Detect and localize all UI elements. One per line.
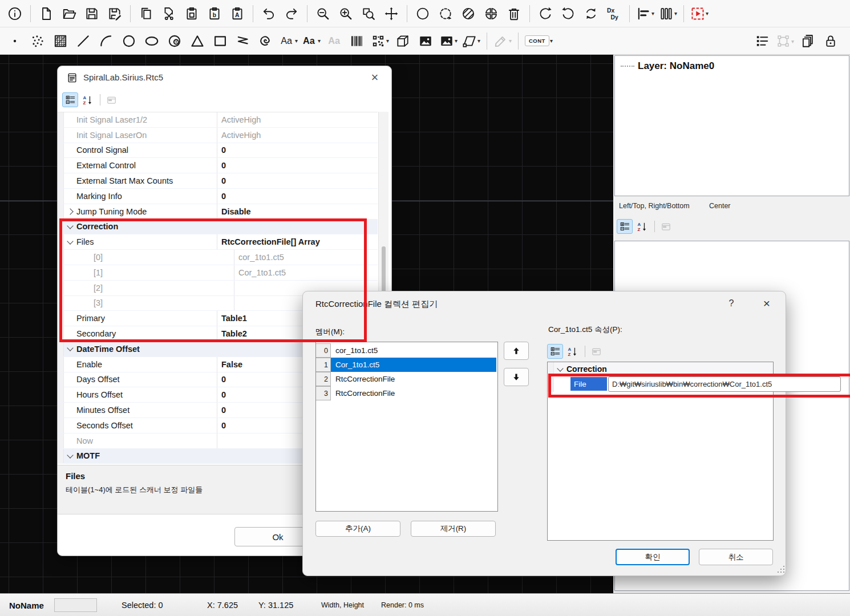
info-icon[interactable] (6, 4, 24, 23)
move-down-button[interactable] (504, 368, 529, 386)
chevron-right-icon[interactable] (64, 209, 76, 214)
chevron-down-icon[interactable] (554, 368, 566, 371)
file-property-name[interactable]: File (570, 377, 607, 391)
chevron-down-icon[interactable] (64, 241, 76, 244)
property-value[interactable]: Cor_1to1.ct5 (234, 268, 378, 277)
pan-icon[interactable] (382, 4, 400, 23)
paste-text-icon[interactable]: A (228, 4, 246, 23)
open-folder-icon[interactable] (60, 4, 78, 23)
help-icon[interactable]: ? (725, 298, 738, 309)
qrcode-icon[interactable]: ▾ (371, 31, 389, 51)
property-value[interactable]: ActiveHigh (217, 115, 378, 124)
property-value[interactable]: cor_1to1.ct5 (234, 253, 378, 262)
categorize-icon[interactable] (547, 344, 563, 359)
az-sort-icon[interactable]: AZ (565, 345, 580, 358)
category-row-7[interactable]: Correction (58, 220, 378, 235)
member-list-item-1[interactable]: 1Cor_1to1.ct5 (316, 358, 497, 372)
zoom-in-icon[interactable] (337, 4, 355, 23)
circle-icon[interactable] (120, 31, 138, 51)
add-button[interactable]: 추가(A) (315, 521, 400, 537)
scatter-points-icon[interactable] (29, 31, 47, 51)
property-value[interactable]: 0 (217, 161, 378, 170)
cancel-button[interactable]: 취소 (699, 549, 773, 565)
property-row-5[interactable]: Marking Info0 (58, 189, 378, 204)
text-icon[interactable]: Aa▾ (280, 31, 298, 51)
categorize-icon[interactable] (62, 92, 78, 107)
property-row-0[interactable]: Init Signal Laser1/2ActiveHigh (58, 112, 378, 128)
rectangle-icon[interactable] (211, 31, 229, 51)
new-document-icon[interactable] (37, 4, 55, 23)
az-sort-icon[interactable]: AZ (80, 93, 95, 107)
undo-icon[interactable] (260, 4, 278, 23)
redo-icon[interactable] (282, 4, 301, 23)
property-value[interactable]: Disable (217, 207, 378, 216)
delete-trash-icon[interactable] (505, 4, 523, 23)
member-list-item-2[interactable]: 2RtcCorrectionFile (316, 372, 497, 386)
run-icon[interactable]: ▾ (690, 4, 709, 23)
barcode-icon[interactable] (348, 31, 366, 51)
zigzag-icon[interactable] (234, 31, 252, 51)
member-listbox[interactable]: 0cor_1to1.ct51Cor_1to1.ct52RtcCorrection… (315, 342, 498, 512)
rotate-ccw-icon[interactable] (536, 4, 554, 23)
layers-icon[interactable] (799, 31, 817, 51)
property-row-6[interactable]: Jump Tuning ModeDisable (58, 204, 378, 220)
member-list-item-3[interactable]: 3RtcCorrectionFile (316, 386, 497, 400)
property-value[interactable]: 0 (217, 145, 378, 155)
property-row-2[interactable]: Control Signal0 (58, 143, 378, 159)
chevron-down-icon[interactable] (64, 225, 76, 228)
paste-special-icon[interactable]: b (205, 4, 224, 23)
categorize-icon[interactable] (617, 219, 633, 234)
property-row-1[interactable]: Init Signal LaserOnActiveHigh (58, 128, 378, 143)
property-row-3[interactable]: External Control0 (58, 158, 378, 173)
remove-button[interactable]: 제거(R) (411, 521, 496, 537)
property-row-9[interactable]: [0]cor_1to1.ct5 (58, 250, 378, 265)
rotate-selection-icon[interactable] (436, 4, 455, 23)
cont-icon[interactable]: CONT▾ (525, 31, 553, 51)
layer-tree-item[interactable]: Layer: NoName0 (638, 60, 714, 71)
quadrant-split-icon[interactable] (482, 4, 500, 23)
box-3d-icon[interactable] (394, 31, 412, 51)
copy-icon[interactable] (137, 4, 155, 23)
circle-select-icon[interactable] (414, 4, 432, 23)
property-row-8[interactable]: FilesRtcCorrectionFile[] Array (58, 234, 378, 250)
property-row-4[interactable]: External Start Max Counts0 (58, 173, 378, 189)
zoom-out-icon[interactable] (314, 4, 332, 23)
move-up-button[interactable] (504, 342, 529, 360)
close-icon[interactable]: × (759, 297, 774, 310)
triangle-icon[interactable] (188, 31, 207, 51)
resize-grip[interactable] (778, 566, 784, 573)
save-icon[interactable] (83, 4, 101, 23)
save-as-icon[interactable] (106, 4, 124, 23)
property-value[interactable]: 0 (217, 192, 378, 201)
hatch-rect-icon[interactable] (51, 31, 70, 51)
property-row-10[interactable]: [1]Cor_1to1.ct5 (58, 265, 378, 281)
distribute-icon[interactable]: ▾ (659, 4, 677, 23)
swap-cycle-icon[interactable] (582, 4, 600, 23)
property-value[interactable]: ActiveHigh (217, 131, 378, 140)
zoom-selection-icon[interactable] (359, 4, 378, 23)
property-value[interactable]: 0 (217, 176, 378, 185)
line-icon[interactable] (74, 31, 92, 51)
paste-icon[interactable] (183, 4, 201, 23)
file-path-input[interactable]: D:₩git₩siriuslib₩bin₩correction₩Cor_1to1… (608, 376, 841, 392)
status-swatch-box[interactable] (54, 598, 97, 612)
item-list-icon[interactable] (753, 31, 771, 51)
dx-dy-icon[interactable]: DxDy (605, 4, 623, 23)
confirm-button[interactable]: 확인 (616, 549, 690, 565)
image-icon[interactable] (416, 31, 435, 51)
chevron-down-icon[interactable] (64, 455, 76, 457)
category-row-correction[interactable]: Correction (548, 362, 773, 376)
shape-mask-icon[interactable]: ▾ (462, 31, 480, 51)
property-value[interactable]: RtcCorrectionFile[] Array (217, 237, 378, 246)
align-icon[interactable]: ▾ (636, 4, 654, 23)
property-window-titlebar[interactable]: SpiralLab.Sirius.Rtc5 × (58, 66, 391, 90)
lock-icon[interactable] (821, 31, 840, 51)
arc-icon[interactable] (97, 31, 115, 51)
ellipse-icon[interactable] (143, 31, 161, 51)
spiral-icon[interactable] (257, 31, 275, 51)
chevron-down-icon[interactable] (64, 347, 76, 350)
circle-concentric-icon[interactable] (165, 31, 184, 51)
text-bold-icon[interactable]: Aa▾ (302, 31, 321, 51)
tab-center[interactable]: Center (709, 202, 731, 210)
layer-tree[interactable]: Layer: NoName0 (614, 55, 849, 196)
